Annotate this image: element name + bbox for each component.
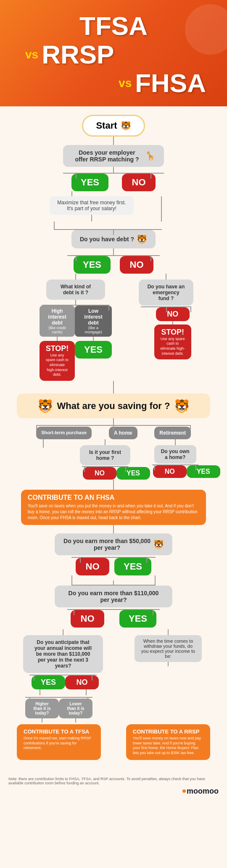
own-home-box: Do you own a home? [154, 445, 196, 464]
50k-to-110k [59, 575, 168, 586]
q2-no-btn[interactable]: NO [120, 256, 153, 274]
q3-box: What kind of debt is it ? [46, 280, 105, 300]
emergency-no-btn[interactable]: NO [156, 307, 190, 321]
stop1-title: STOP! [45, 344, 69, 353]
final-contribute-row: CONTRIBUTE TO A TFSA Once it's maxed out… [17, 724, 210, 760]
q2-merge [42, 222, 185, 230]
saving-node: 🐯 What are you saving for ? 🐯 [17, 393, 210, 425]
anticipate-text: Do you anticipate that your annual incom… [34, 639, 92, 669]
tfsa-contribute-title: CONTRIBUTE TO A TFSA [24, 728, 94, 735]
tfsa-contribute-desc: Once it's maxed out, start making RRSP c… [24, 736, 94, 751]
earn-110k-yes[interactable]: YES [119, 610, 156, 628]
bottom-options: Higher than it is today? Lower than it i… [17, 697, 210, 723]
q2-yes-btn[interactable]: YES [74, 256, 111, 274]
q3-text: What kind of debt is it ? [61, 284, 91, 295]
q-110k-box: Do you earn more than $110,000 per year? [55, 586, 172, 607]
start-node: Start 🐯 [82, 115, 145, 145]
low-debt-yes[interactable]: YES [75, 341, 112, 359]
fhsa-contribute-box: CONTRIBUTE TO AN FHSA You'll save on tax… [21, 490, 206, 525]
stop2-title: STOP! [160, 328, 185, 337]
header-section: TFSA vs RRSP vs FHSA [0, 0, 227, 106]
saving-emoji-right: 🐯 [174, 398, 190, 413]
q-110k-text: Do you earn more than $110,000 per year? [69, 590, 159, 603]
start-label: Start [96, 120, 117, 131]
start-emoji: 🐯 [121, 121, 131, 131]
fhsa-contribute-desc: You'll save on taxes when you put the mo… [28, 503, 199, 521]
first-home-box: Is it your first home ? [80, 445, 130, 465]
q1-emoji: 🦒 [145, 151, 156, 161]
retirement-btn[interactable]: Retirement [154, 427, 191, 439]
high-debt-label: High interest debt [45, 308, 70, 326]
home-retirement-row: Is it your first home ? NO YES Do you ow… [17, 439, 210, 480]
emergency-text: Do you have an emergency fund ? [148, 284, 185, 301]
q-50k-emoji: 🐯 [153, 539, 164, 549]
footer-note: Note: there are contribution limits to F… [8, 777, 219, 785]
logo-dot [182, 789, 186, 793]
short-term-btn[interactable]: Short-term purchase [36, 427, 92, 439]
to-fhsa-connectors [17, 480, 210, 490]
footer-logo: moomoo [8, 787, 219, 796]
fhsa-label: FHSA [135, 69, 206, 98]
110k-result-row: Do you anticipate that your annual incom… [17, 629, 210, 695]
first-home-text: Is it your first home ? [89, 449, 121, 461]
q-50k-node: Do you earn more than $50,000 per year? … [55, 533, 172, 575]
rrsp-contribute-box: CONTRIBUTE TO A RRSP You'll save money o… [126, 724, 210, 760]
anticipate-box: Do you anticipate that your annual incom… [23, 635, 103, 673]
rrsp-contribute-desc: You'll save money on taxes now and pay l… [133, 736, 203, 756]
earn-110k-no[interactable]: NO [71, 610, 104, 628]
withdraw-text: When the time comes to withdraw your fun… [141, 638, 195, 659]
higher-btn[interactable]: Higher than it is today? [25, 699, 59, 718]
start-box: Start 🐯 [82, 115, 145, 137]
fhsa-to-50k [113, 525, 114, 533]
low-debt-label: Low interest debt [80, 308, 107, 326]
first-home-yes[interactable]: YES [116, 467, 150, 480]
q2-result-row: What kind of debt is it ? High interest … [29, 274, 198, 381]
saving-title: What are you saving for ? [57, 401, 170, 412]
high-debt-sub: (like credit cards) [45, 326, 70, 334]
footer: Note: there are contribution limits to F… [0, 773, 227, 800]
saving-emoji-left: 🐯 [37, 398, 53, 413]
q1-yes-btn[interactable]: YES [71, 174, 108, 191]
anticipate-no[interactable]: NO [65, 675, 99, 689]
fhsa-contribute-title: CONTRIBUTE TO AN FHSA [28, 494, 199, 501]
q1-info-text: Maximize that free money first. It's par… [57, 200, 126, 211]
flowchart: Start 🐯 Does your employer offer RRSP ma… [0, 106, 227, 773]
merge-to-saving [29, 381, 198, 393]
own-home-no[interactable]: NO [153, 465, 187, 478]
vs2-label: vs [119, 77, 132, 90]
high-debt-box: High interest debt (like credit cards) [40, 306, 75, 337]
vs1-label: vs [25, 48, 38, 61]
tfsa-contribute-box: CONTRIBUTE TO A TFSA Once it's maxed out… [17, 724, 101, 760]
stop1-box: STOP! Use any spare cash to eliminate hi… [40, 341, 75, 381]
rrsp-label: RRSP [42, 40, 114, 69]
low-debt-box: Low interest debt (like a mortgage) [75, 306, 112, 337]
stop2-desc: Use any spare cash to eliminate high-int… [160, 337, 185, 356]
q1-info-box: Maximize that free money first. It's par… [50, 196, 134, 215]
anticipate-yes[interactable]: YES [32, 675, 65, 689]
rrsp-contribute-title: CONTRIBUTE TO A RRSP [133, 728, 203, 735]
q1-node: Does your employer offer RRSP matching ?… [63, 145, 164, 173]
q2-text: Do you have debt ? [80, 236, 134, 243]
q1-result-row: Maximize that free money first. It's par… [42, 196, 185, 222]
own-home-yes[interactable]: YES [187, 465, 220, 478]
q1-branch: YES NO [46, 173, 181, 196]
q-50k-box: Do you earn more than $50,000 per year? … [55, 533, 172, 555]
stop1-desc: Use any spare cash to eliminate high-int… [45, 353, 69, 377]
earn-50k-yes[interactable]: YES [114, 558, 151, 575]
q2-branch: YES NO [55, 255, 172, 274]
q-110k-node: Do you earn more than $110,000 per year?… [55, 586, 172, 628]
q1-text: Does your employer offer RRSP matching ? [71, 149, 143, 163]
stop2-box: STOP! Use any spare cash to eliminate hi… [154, 325, 191, 360]
saving-options: Short-term purchase A home Retirement [17, 425, 210, 439]
q-50k-text: Do you earn more than $50,000 per year? [63, 538, 151, 551]
low-debt-sub: (like a mortgage) [80, 326, 107, 334]
q2-emoji: 🐯 [137, 234, 147, 244]
withdraw-box: When the time comes to withdraw your fun… [135, 635, 202, 662]
own-home-text: Do you own a home? [161, 449, 190, 460]
earn-50k-no[interactable]: NO [76, 558, 109, 575]
emergency-box: Do you have an emergency fund ? [139, 280, 193, 306]
first-home-no[interactable]: NO [83, 467, 116, 480]
q1-box: Does your employer offer RRSP matching ?… [63, 145, 164, 167]
logo-text: moomoo [187, 787, 219, 796]
